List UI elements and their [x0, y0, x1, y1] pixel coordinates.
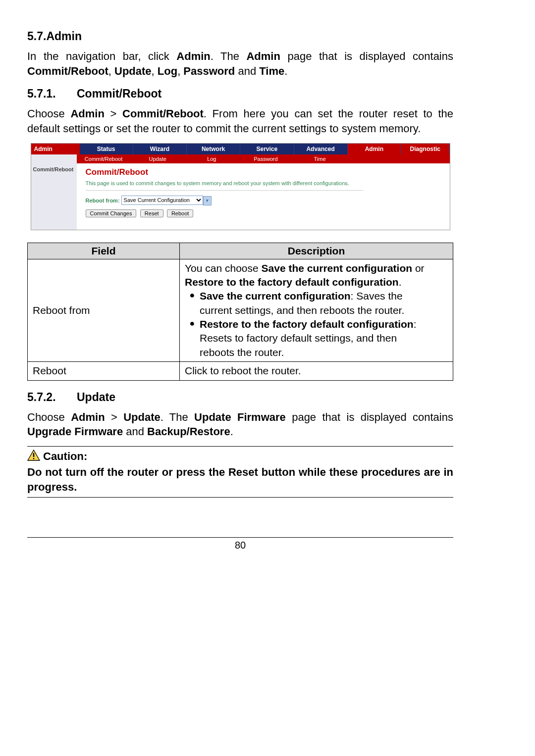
reboot-from-row: Reboot from: Save Current Configuration …	[86, 196, 441, 205]
section-num: 5.7.	[27, 30, 46, 43]
subtab-commit[interactable]: Commit/Reboot	[77, 154, 131, 163]
tab-advanced[interactable]: Advanced	[294, 144, 348, 154]
panel-title: Commit/Reboot	[86, 167, 441, 177]
bullet-icon: ●	[185, 289, 200, 303]
chevron-down-icon[interactable]: ▾	[203, 196, 212, 205]
subtab-password[interactable]: Password	[239, 154, 293, 163]
caution-label: Caution:	[43, 450, 87, 463]
tab-wizard[interactable]: Wizard	[133, 144, 187, 154]
nav-top: Status Wizard Network Service Advanced A…	[80, 144, 450, 154]
tab-service[interactable]: Service	[240, 144, 294, 154]
main-panel: Commit/Reboot This page is used to commi…	[77, 163, 450, 230]
bullet-item: ● Save the current configuration: Saves …	[185, 289, 448, 303]
cell-field: Reboot	[28, 362, 180, 380]
nav-sub: Commit/Reboot Update Log Password Time	[77, 154, 450, 163]
cell-desc: You can choose Save the current configur…	[180, 259, 453, 361]
subtab-update[interactable]: Update	[131, 154, 185, 163]
section-heading: 5.7.Admin	[27, 30, 453, 43]
caution-heading: Caution:	[27, 450, 453, 464]
panel-desc: This page is used to commit changes to s…	[86, 180, 363, 191]
description-table: Field Description Reboot from You can ch…	[27, 243, 453, 381]
router-screenshot: Admin Status Wizard Network Service Adva…	[31, 143, 450, 230]
intro-paragraph: In the navigation bar, click Admin. The …	[27, 49, 453, 78]
subsection-num: 5.7.2.	[27, 391, 77, 404]
sub1-paragraph: Choose Admin > Commit/Reboot. From here …	[27, 106, 453, 136]
caution-body: Do not turn off the router or press the …	[27, 465, 453, 494]
section-title: Admin	[46, 30, 82, 43]
page-number: 80	[27, 537, 453, 551]
bullet-icon: ●	[185, 317, 200, 331]
reboot-from-select[interactable]: Save Current Configuration	[121, 196, 203, 205]
tab-diagnostic[interactable]: Diagnostic	[401, 144, 450, 154]
th-field: Field	[28, 243, 180, 259]
tab-status[interactable]: Status	[80, 144, 133, 154]
tab-network[interactable]: Network	[187, 144, 240, 154]
reboot-from-label: Reboot from:	[86, 197, 120, 203]
warning-icon	[27, 450, 40, 464]
svg-rect-1	[33, 453, 34, 457]
subsection-title: Update	[77, 391, 115, 403]
cell-desc: Click to reboot the router.	[180, 362, 453, 380]
cell-field: Reboot from	[28, 259, 180, 361]
svg-rect-2	[33, 458, 34, 459]
tab-admin[interactable]: Admin	[348, 144, 401, 154]
bullet-item: ● Restore to the factory default configu…	[185, 317, 448, 331]
subsection-heading: 5.7.2.Update	[27, 391, 453, 404]
subtab-time[interactable]: Time	[293, 154, 347, 163]
commit-changes-button[interactable]: Commit Changes	[86, 209, 137, 217]
side-nav: Commit/Reboot	[31, 163, 77, 230]
sub2-paragraph: Choose Admin > Update. The Update Firmwa…	[27, 410, 453, 439]
subsection-title: Commit/Reboot	[77, 87, 161, 100]
reset-button[interactable]: Reset	[140, 209, 163, 217]
subsection-heading: 5.7.1.Commit/Reboot	[27, 87, 453, 101]
subsection-num: 5.7.1.	[27, 87, 77, 101]
subtab-log[interactable]: Log	[185, 154, 239, 163]
reboot-button[interactable]: Reboot	[167, 209, 193, 217]
table-row: Reboot Click to reboot the router.	[28, 362, 453, 380]
nav-left-label: Admin	[31, 144, 80, 154]
button-row: Commit Changes Reset Reboot	[86, 209, 441, 217]
side-item-commit[interactable]: Commit/Reboot	[31, 165, 77, 173]
table-row: Reboot from You can choose Save the curr…	[28, 259, 453, 361]
th-description: Description	[180, 243, 453, 259]
